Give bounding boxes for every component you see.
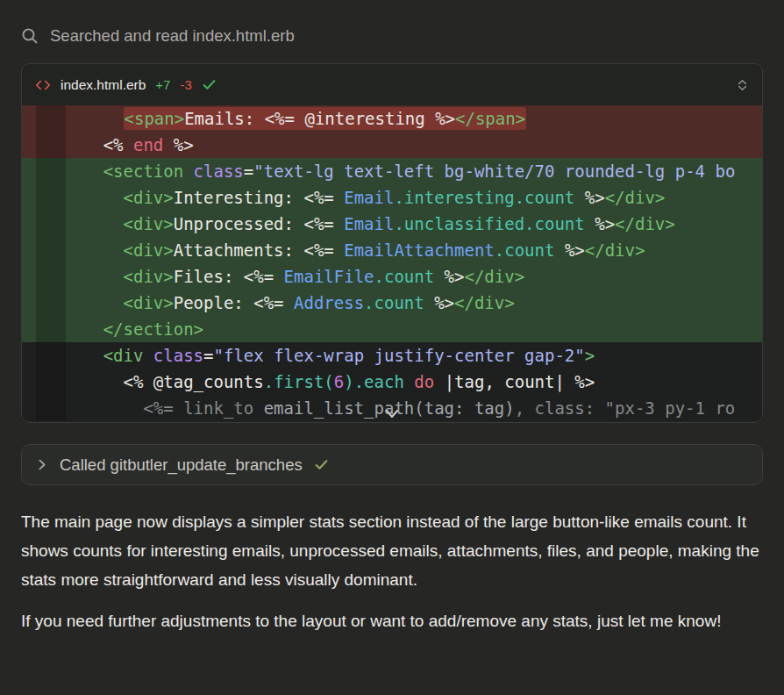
diff-success-check-icon [202, 77, 217, 92]
diff-line: <div>Unprocessed: <%= Email.unclassified… [22, 211, 762, 237]
diff-line: <div>People: <%= Address.count %></div> [22, 290, 762, 316]
tool-status-text: Searched and read index.html.erb [50, 26, 295, 46]
diff-additions: +7 [155, 77, 170, 92]
assistant-message: The main page now displays a simpler sta… [0, 485, 784, 635]
tool-success-check-icon [314, 457, 329, 472]
diff-code: <span>Emails: <%= @interesting %></span>… [22, 105, 762, 421]
tool-status-row[interactable]: Searched and read index.html.erb [0, 0, 784, 46]
tool-call-label: Called gitbutler_update_branches [60, 455, 303, 475]
chevron-right-icon [36, 458, 48, 471]
diff-line: </section> [22, 316, 762, 342]
collapse-expand-icon[interactable] [736, 78, 749, 92]
diff-card-header[interactable]: index.html.erb +7 -3 [22, 64, 762, 105]
diff-line: <div>Attachments: <%= EmailAttachment.co… [22, 237, 762, 263]
expand-chevron-icon[interactable] [383, 409, 401, 419]
diff-line: <div>Interesting: <%= Email.interesting.… [22, 184, 762, 211]
tool-call-card[interactable]: Called gitbutler_update_branches [21, 444, 763, 485]
diff-line: <% end %> [22, 132, 762, 158]
diff-deletions: -3 [180, 77, 191, 92]
search-icon [21, 27, 39, 45]
diff-line: <div>Files: <%= EmailFile.count %></div> [22, 263, 762, 290]
chat-transcript: Searched and read index.html.erb index.h… [0, 0, 784, 635]
message-paragraph: If you need further adjustments to the l… [21, 606, 763, 635]
diff-line: <section class="text-lg text-left bg-whi… [22, 158, 762, 184]
diff-line: <div class="flex flex-wrap justify-cente… [22, 342, 762, 369]
diff-card: index.html.erb +7 -3 <span>Emails: <%= @… [21, 63, 763, 423]
diff-line: <span>Emails: <%= @interesting %></span> [22, 105, 762, 132]
diff-filename: index.html.erb [61, 77, 146, 93]
diff-line: <% @tag_counts.first(6).each do |tag, co… [22, 369, 762, 395]
message-paragraph: The main page now displays a simpler sta… [21, 507, 763, 594]
code-icon [35, 78, 51, 92]
